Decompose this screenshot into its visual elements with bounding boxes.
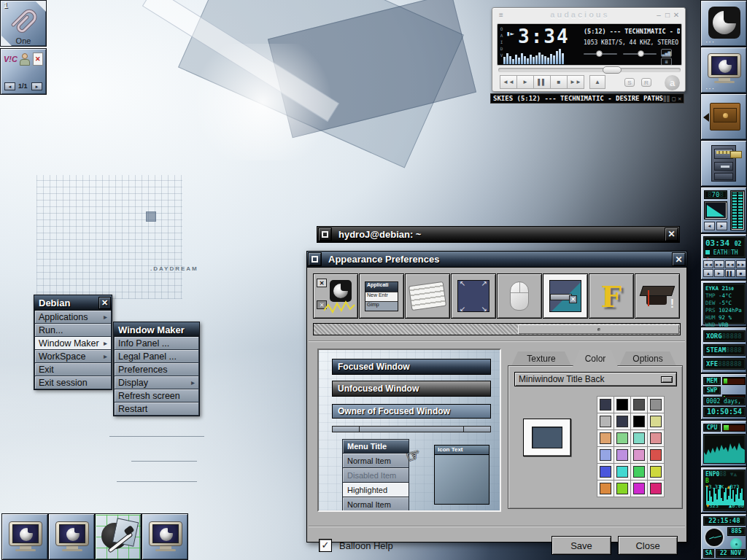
terminal-titlebar[interactable]: hydroJ@debian: ~ ✕ xyxy=(317,227,679,242)
player-shade-icon[interactable]: □ xyxy=(663,11,672,19)
palette-color[interactable] xyxy=(648,413,664,429)
play-button[interactable]: ► xyxy=(516,75,534,89)
miniwindow-wprefs[interactable] xyxy=(95,513,142,560)
menu-item-display[interactable]: Display▸ xyxy=(114,376,199,389)
dock-gnustep-appicon[interactable]: ··· xyxy=(700,0,747,47)
palette-color[interactable] xyxy=(597,481,614,497)
tab-color[interactable]: Color xyxy=(573,350,618,367)
close-button[interactable]: Close xyxy=(618,536,678,555)
palette-color[interactable] xyxy=(597,397,614,413)
launcher-steam[interactable]: STEAM8888 xyxy=(703,344,746,356)
balance-knob[interactable] xyxy=(596,50,603,57)
palette-color[interactable] xyxy=(614,447,630,463)
dock-drawer-appicon[interactable] xyxy=(700,93,747,140)
section-icon-preferences[interactable]: ↖ ↗ ↙ ↘ xyxy=(451,273,496,319)
preview-unfocused-titlebar[interactable]: Unfocused Window xyxy=(332,381,491,397)
playlist-button[interactable]: ≣ xyxy=(661,58,672,66)
dock-weather-dockapp[interactable]: EYKA 2150 TMP -4°C DEW -5°C PRS 1024hPa … xyxy=(700,280,747,327)
preview-menu[interactable]: Menu Title Normal Item Disabled Item Hig… xyxy=(342,439,409,512)
palette-color[interactable] xyxy=(648,430,664,446)
palette-color[interactable] xyxy=(631,430,647,446)
menu-item-refresh-screen[interactable]: Refresh screen xyxy=(114,389,199,402)
preview-focused-titlebar[interactable]: Focused Window xyxy=(332,359,491,375)
save-button[interactable]: Save xyxy=(551,536,611,555)
preview-menu-normal-2[interactable]: Normal Item xyxy=(342,497,409,512)
palette-color[interactable] xyxy=(597,464,614,480)
palette-color[interactable] xyxy=(614,430,630,446)
dock-filemanager-appicon[interactable] xyxy=(700,140,747,187)
palette-color[interactable] xyxy=(648,464,664,480)
palette-color[interactable] xyxy=(614,464,630,480)
seek-bar[interactable] xyxy=(498,68,681,72)
system-tray[interactable]: V!C ✕ ◄ 1/1 ► xyxy=(0,48,47,95)
balance-slider[interactable] xyxy=(584,53,617,55)
previous-button[interactable]: ◄◄ xyxy=(500,75,517,89)
dock-sysmon-dockapp[interactable]: MEM SWP 0002 days, 10:50:54 xyxy=(700,373,747,420)
palette-color[interactable] xyxy=(597,413,614,429)
player-titlebar[interactable]: ≡ audacious – □ ✕ xyxy=(492,8,685,21)
player-minimize-icon[interactable]: – xyxy=(654,11,663,19)
section-window-handling[interactable]: ✕ ✕ xyxy=(313,273,358,319)
menu-item-info-panel[interactable]: Info Panel ... xyxy=(114,337,199,350)
color-swatch[interactable] xyxy=(523,419,571,456)
section-mouse-preferences[interactable] xyxy=(497,273,542,319)
terminal-window[interactable]: hydroJ@debian: ~ ✕ xyxy=(317,226,680,243)
menu-item-run[interactable]: Run... xyxy=(34,324,112,337)
dock-network-dockapp[interactable]: ENP088 ▼▲ B ▼3.37K ▲373 ▼323 ▲0.00 xyxy=(700,467,747,513)
tray-next-button[interactable]: ► xyxy=(31,82,42,90)
dock-launcher-dockapp[interactable]: XORG88888 STEAM8888 XFE888888 xyxy=(700,327,747,373)
miniwindow-terminal-3[interactable] xyxy=(142,513,188,560)
tray-prev-button[interactable]: ◄ xyxy=(4,82,15,90)
tray-app-icon[interactable]: V!C xyxy=(4,55,18,63)
preview-menu-highlighted[interactable]: Highlighted xyxy=(342,483,409,497)
palette-color[interactable] xyxy=(614,481,630,497)
track-title-marquee[interactable]: (5:12) --- TECHNIMATIC - DESIRE xyxy=(584,28,680,35)
menu-item-workspace[interactable]: WorkSpace▸ xyxy=(34,350,112,363)
repeat-button[interactable]: R xyxy=(641,78,651,87)
root-menu-close-icon[interactable]: ✕ xyxy=(98,297,111,309)
player-menu-icon[interactable]: ≡ xyxy=(497,11,506,19)
menu-item-applications[interactable]: Applications▸ xyxy=(34,311,112,324)
spectrum-analyzer[interactable] xyxy=(503,47,573,64)
section-expert-preferences[interactable]: ! xyxy=(635,273,680,319)
next-button[interactable]: ►► xyxy=(567,75,584,89)
terminal-miniaturize-button[interactable] xyxy=(318,228,332,241)
appearance-preferences-window[interactable]: Appearance Preferences ✕ ✕ ✕ Applicati N… xyxy=(306,251,687,542)
remote-stop-button[interactable]: ■ xyxy=(736,269,746,277)
palette-color[interactable] xyxy=(631,464,647,480)
volume-slider[interactable] xyxy=(623,53,657,55)
menu-item-legal-panel[interactable]: Legal Panel ... xyxy=(114,350,199,363)
preview-menu-disabled[interactable]: Disabled Item xyxy=(342,468,409,483)
palette-color[interactable] xyxy=(648,397,664,413)
player-display[interactable]: OAIDV ▮► 3:34 (5:12) --- TECHNIMATIC - D… xyxy=(497,23,682,66)
preview-resizebar[interactable] xyxy=(332,426,491,432)
track-time[interactable]: 3:34 xyxy=(518,26,570,47)
section-scrollbar[interactable] xyxy=(313,323,681,335)
menu-item-exit[interactable]: Exit xyxy=(34,363,112,376)
tab-options[interactable]: Options xyxy=(619,351,676,366)
wprefs-close-button[interactable]: ✕ xyxy=(672,252,686,266)
remote-next-button[interactable]: ►► xyxy=(714,260,724,268)
palette-color[interactable] xyxy=(631,447,647,463)
mixer-volume-display[interactable] xyxy=(704,201,727,219)
playlist-shade-bar[interactable]: SKIES (5:12) --- TECHNIMATIC - DESIRE PA… xyxy=(490,93,684,104)
mixer-prev-button[interactable]: ◄ xyxy=(704,222,715,230)
balloon-help-checkbox[interactable]: ✓ xyxy=(319,539,332,552)
section-appearance[interactable]: ✕ xyxy=(543,273,588,319)
miniwindow-terminal-2[interactable] xyxy=(48,513,95,560)
dock-mixer-dockapp[interactable]: 8708 ◄ ► xyxy=(700,187,747,233)
volume-knob[interactable] xyxy=(638,50,644,57)
dropdown-button-icon[interactable] xyxy=(661,376,673,383)
remote-rew-button[interactable]: ◄◄ xyxy=(725,260,735,268)
launcher-xfe[interactable]: XFE888888 xyxy=(703,358,746,370)
preview-owner-titlebar[interactable]: Owner of Focused Window xyxy=(332,404,491,419)
color-target-dropdown[interactable]: Miniwindow Title Back xyxy=(514,372,677,386)
menu-item-preferences[interactable]: Preferences xyxy=(114,363,199,376)
palette-color[interactable] xyxy=(614,397,630,413)
eject-button[interactable]: ▲ xyxy=(589,75,605,89)
preview-miniwindow[interactable]: Icon Text xyxy=(434,445,489,505)
remote-play-button[interactable]: ► xyxy=(714,269,724,277)
preview-menu-normal[interactable]: Normal Item xyxy=(342,454,409,468)
launcher-xorg[interactable]: XORG88888 xyxy=(703,330,746,342)
menu-item-restart[interactable]: Restart xyxy=(114,402,199,416)
